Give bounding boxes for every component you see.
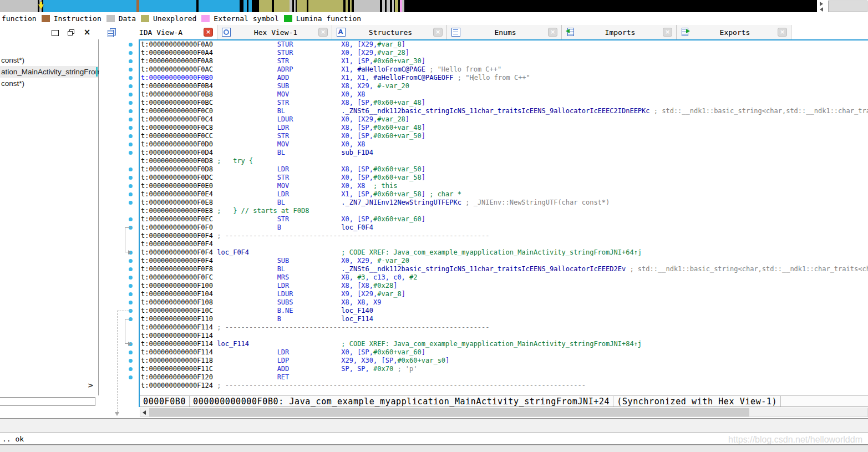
maximize-button-icon[interactable] (52, 30, 59, 36)
tab-ida-view-a[interactable]: IDA View-A× (103, 25, 217, 39)
tab-bar: IDA View-A×Hex View-1×Structures×Enums×I… (103, 25, 791, 39)
listing-segment: ; "H (454, 74, 474, 82)
tab-imports[interactable]: Imports× (562, 25, 677, 39)
tab-enums[interactable]: Enums× (447, 25, 562, 39)
listing-address: t:000000000000F0D0 (141, 140, 213, 148)
listing-segment: loc_F114 (341, 315, 373, 323)
code-line-dot-icon (129, 126, 133, 130)
listing-line[interactable]: t:000000000000F100 LDR X8, [X8,#0x28] (141, 282, 397, 290)
listing-line[interactable]: t:000000000000F0F4 (141, 240, 213, 248)
listing-line[interactable]: t:000000000000F114 LDR X0, [SP,#0x60+var… (141, 348, 425, 357)
close-button-icon[interactable]: × (83, 29, 91, 37)
tab-close-button[interactable]: × (548, 28, 557, 37)
listing-segment: ] (405, 49, 409, 57)
listing-line[interactable]: t:000000000000F0D4 BL sub_F1D4 (141, 149, 373, 157)
listing-segment: MOV X0, X8 (213, 182, 366, 190)
listing-segment: ] (422, 165, 425, 173)
code-line-dot-icon (129, 201, 133, 205)
listing-line[interactable]: t:000000000000F0BC STR X8, [SP,#0x60+var… (141, 99, 425, 107)
disassembly-listing[interactable]: t:000000000000F0A0 STUR X8, [X29,#var_8]… (140, 40, 868, 390)
tab-exports[interactable]: Exports× (677, 25, 791, 39)
tab-close-button[interactable]: × (318, 28, 328, 37)
watermark-text: https://blog.csdn.net/helloworlddm (728, 435, 862, 445)
listing-segment: ] (422, 348, 425, 356)
tab-close-button[interactable]: × (433, 28, 443, 37)
listing-line[interactable]: t:000000000000F118 LDP X29, X30, [SP,#0x… (141, 357, 449, 365)
function-list-item[interactable]: const*) (0, 54, 98, 66)
listing-segment: #0x70 (373, 365, 393, 373)
listing-line[interactable]: t:000000000000F0A8 STR X1, [SP,#0x60+var… (141, 57, 425, 65)
listing-line[interactable]: t:000000000000F104 LDUR X9, [X29,#var_8] (141, 290, 405, 298)
listing-segment: ADRP X1, (213, 65, 357, 73)
listing-segment: ; "Hello from C++" (425, 65, 501, 73)
listing-segment: #3 (357, 273, 365, 281)
listing-line[interactable]: t:000000000000F0D0 MOV X0, X8 (141, 140, 366, 149)
listing-line[interactable]: t:000000000000F0D8 LDR X8, [SP,#0x60+var… (141, 165, 425, 174)
listing-line[interactable]: t:000000000000F0F4 SUB X0, X29, #-var_20 (141, 257, 409, 265)
listing-line[interactable]: t:000000000000F0C8 LDR X8, [SP,#0x60+var… (141, 124, 425, 132)
listing-line[interactable]: t:000000000000F0B8 MOV X0, X8 (141, 90, 366, 99)
listing-segment: LDR X0, [SP, (213, 348, 373, 356)
listing-line[interactable]: t:000000000000F124 ; -------------------… (141, 382, 586, 390)
function-list-item[interactable]: ation_MainActivity_stringFrom (0, 66, 98, 78)
listing-address: t:000000000000F110 (141, 315, 213, 323)
listing-address: t:000000000000F0D4 (141, 149, 213, 156)
listing-line[interactable]: t:000000000000F0E8 BL ._ZN7_JNIEnv12NewS… (141, 199, 610, 207)
listing-segment: ; _JNIEnv::NewStringUTF(char const*) (461, 199, 610, 206)
horizontal-scrollbar[interactable] (140, 408, 868, 417)
sidebar-scroll-right-chevron-icon[interactable]: > (88, 381, 94, 389)
listing-segment: #0x60+var_50 (373, 165, 422, 173)
listing-line[interactable]: t:000000000000F0D8 ; try { (141, 157, 253, 165)
navband-zoom-in-arrow-icon[interactable] (820, 2, 823, 6)
listing-segment: STR X0, [SP, (213, 215, 373, 223)
function-list-item[interactable]: const*) (0, 78, 98, 89)
listing-line[interactable]: t:000000000000F0B0 ADD X1, X1, #aHelloFr… (141, 74, 530, 82)
listing-line[interactable]: t:000000000000F110 B loc_F114 (141, 315, 373, 323)
listing-line[interactable]: t:000000000000F11C ADD SP, SP, #0x70 ; '… (141, 365, 418, 373)
listing-line[interactable]: t:000000000000F10C B.NE loc_F140 (141, 307, 373, 315)
listing-address: t:000000000000F114 (141, 323, 213, 331)
scroll-left-arrow-icon[interactable] (143, 410, 146, 415)
navigation-band[interactable] (0, 0, 868, 12)
listing-line[interactable]: t:000000000000F0A4 STUR X0, [X29,#var_28… (141, 49, 409, 57)
listing-line[interactable]: t:000000000000F0F8 BL ._ZNSt6__ndk112bas… (141, 265, 868, 273)
listing-line[interactable]: t:000000000000F0F4 ; -------------------… (141, 232, 490, 240)
listing-address: t:000000000000F0F8 (141, 265, 213, 273)
listing-line[interactable]: t:000000000000F0C4 LDUR X0, [X29,#var_28… (141, 115, 409, 124)
listing-line[interactable]: t:000000000000F0E0 MOV X0, X8 ; this (141, 182, 397, 190)
listing-address: t:000000000000F0C8 (141, 124, 213, 131)
code-line-dot-icon (129, 284, 133, 288)
scrollbar-thumb[interactable] (149, 408, 749, 417)
navband-end-button[interactable] (828, 1, 867, 12)
listing-segment: ] (422, 57, 425, 65)
tab-close-button[interactable]: × (663, 28, 672, 37)
listing-line[interactable]: t:000000000000F108 SUBS X8, X8, X9 (141, 298, 381, 307)
listing-segment: #var_28 (377, 49, 405, 57)
listing-line[interactable]: t:000000000000F0F0 B loc_F0F4 (141, 224, 373, 232)
listing-line[interactable]: t:000000000000F0C0 BL ._ZNSt6__ndk112bas… (141, 107, 868, 115)
listing-line[interactable]: t:000000000000F0AC ADRP X1, #aHelloFromC… (141, 65, 501, 74)
listing-line[interactable]: t:000000000000F114 loc_F114 ; CODE XREF:… (141, 340, 642, 348)
tab-close-button[interactable]: × (204, 28, 213, 37)
listing-line[interactable]: t:000000000000F0CC STR X0, [SP,#0x60+var… (141, 132, 425, 140)
listing-line[interactable]: t:000000000000F0F4 loc_F0F4 ; CODE XREF:… (141, 248, 642, 257)
listing-segment: #0x60+var_30 (373, 57, 422, 65)
listing-line[interactable]: t:000000000000F0E8 ; } // starts at F0D8 (141, 207, 309, 215)
listing-segment: loc_F0F4 (341, 224, 373, 231)
listing-line[interactable]: t:000000000000F114 (141, 332, 213, 340)
listing-line[interactable]: t:000000000000F120 RET (141, 373, 289, 382)
listing-line[interactable]: t:000000000000F0B4 SUB X8, X29, #-var_20 (141, 82, 409, 90)
listing-line[interactable]: t:000000000000F0EC STR X0, [SP,#0x60+var… (141, 215, 425, 224)
tab-close-button[interactable]: × (778, 28, 787, 37)
tab-structures[interactable]: Structures× (332, 25, 447, 39)
listing-line[interactable]: t:000000000000F114 ; -------------------… (141, 323, 490, 332)
listing-segment: ] (422, 124, 425, 131)
listing-line[interactable]: t:000000000000F0DC STR X0, [SP,#0x60+var… (141, 174, 425, 182)
listing-line[interactable]: t:000000000000F0FC MRS X8, #3, c13, c0, … (141, 273, 418, 282)
listing-line[interactable]: t:000000000000F0E4 LDR X1, [SP,#0x60+var… (141, 190, 461, 199)
restore-button-icon[interactable] (68, 29, 74, 36)
code-line-dot-icon (129, 109, 133, 113)
listing-line[interactable]: t:000000000000F0A0 STUR X8, [X29,#var_8] (141, 40, 405, 49)
tab-hex-view-1[interactable]: Hex View-1× (217, 25, 332, 39)
navband-zoom-out-arrow-icon[interactable] (820, 7, 823, 12)
